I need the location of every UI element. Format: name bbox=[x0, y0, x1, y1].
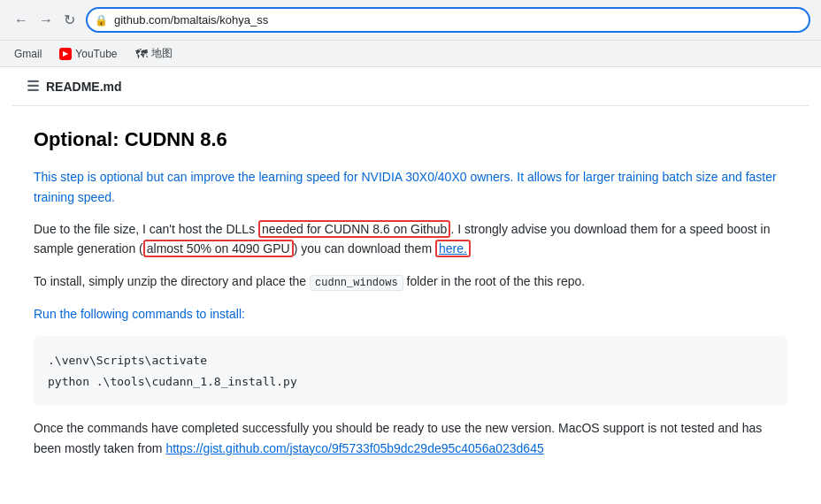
youtube-icon: ▶ bbox=[59, 48, 72, 60]
code-block: .\venv\Scripts\activate python .\tools\c… bbox=[34, 336, 787, 406]
readme-title: README.md bbox=[46, 80, 122, 94]
article-para4: Run the following commands to install: bbox=[34, 304, 787, 324]
para3-text2: folder in the root of the this repo. bbox=[403, 274, 585, 288]
bookmark-maps[interactable]: 🗺 地图 bbox=[132, 44, 176, 63]
maps-icon: 🗺 bbox=[135, 47, 148, 61]
lock-icon: 🔒 bbox=[95, 14, 108, 27]
article-para3: To install, simply unzip the directory a… bbox=[34, 271, 787, 292]
article-para5: Once the commands have completed success… bbox=[34, 418, 787, 458]
here-link[interactable]: here. bbox=[435, 240, 471, 257]
para2-text-after: ) you can download them bbox=[294, 241, 435, 256]
code-line-2: python .\tools\cudann_1.8_install.py bbox=[48, 371, 773, 392]
address-bar[interactable] bbox=[86, 7, 810, 33]
address-bar-container: 🔒 bbox=[86, 7, 810, 33]
code-line-1: .\venv\Scripts\activate bbox=[48, 350, 773, 370]
back-button[interactable]: ← bbox=[11, 11, 32, 30]
bookmark-gmail[interactable]: Gmail bbox=[11, 46, 45, 62]
article-para1: This step is optional but can improve th… bbox=[34, 167, 787, 207]
browser-chrome: ← → ↻ 🔒 bbox=[0, 0, 821, 41]
gmail-label: Gmail bbox=[14, 48, 42, 60]
menu-icon: ☰ bbox=[27, 78, 39, 95]
para2-highlight2: almost 50% on 4090 GPU bbox=[143, 240, 294, 257]
cudnn-code: cudnn_windows bbox=[310, 275, 403, 291]
para2-highlight1: needed for CUDNN 8.6 on Github bbox=[258, 220, 450, 238]
youtube-label: YouTube bbox=[75, 48, 117, 60]
gist-link[interactable]: https://gist.github.com/jstayco/9f5733f0… bbox=[165, 441, 543, 455]
bookmark-youtube[interactable]: ▶ YouTube bbox=[56, 46, 120, 62]
readme-header: ☰ README.md bbox=[12, 67, 809, 106]
forward-button[interactable]: → bbox=[35, 11, 57, 30]
article-para2: Due to the file size, I can't host the D… bbox=[34, 219, 787, 259]
maps-label: 地图 bbox=[151, 46, 173, 61]
article-content: Optional: CUDNN 8.6 This step is optiona… bbox=[12, 106, 809, 497]
bookmarks-bar: Gmail ▶ YouTube 🗺 地图 bbox=[0, 41, 821, 67]
para2-text-before-highlight: Due to the file size, I can't host the D… bbox=[34, 222, 258, 236]
nav-buttons: ← → ↻ bbox=[11, 10, 79, 30]
refresh-button[interactable]: ↻ bbox=[60, 10, 79, 30]
para3-text1: To install, simply unzip the directory a… bbox=[34, 274, 310, 288]
article-heading: Optional: CUDNN 8.6 bbox=[34, 124, 787, 155]
page-content: ☰ README.md Optional: CUDNN 8.6 This ste… bbox=[12, 67, 809, 497]
